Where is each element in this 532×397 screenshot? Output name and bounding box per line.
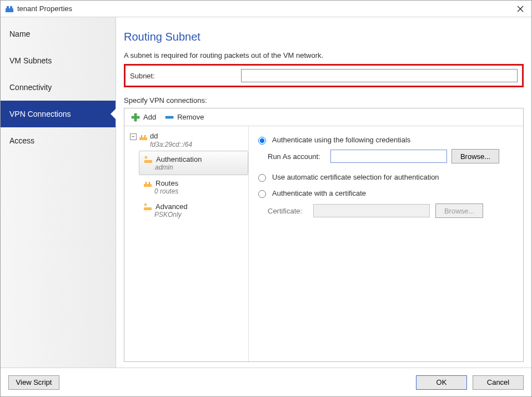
auth-icon — [144, 155, 153, 163]
svg-point-17 — [144, 204, 147, 206]
sidebar-item-label: Connectivity — [9, 83, 52, 92]
remove-label: Remove — [177, 113, 204, 121]
radio-auto-cert[interactable] — [258, 174, 266, 182]
properties-dialog: tenant Properties Name VM Subnets Connec… — [0, 0, 532, 397]
svg-rect-11 — [144, 160, 152, 163]
radio-label: Authenticate using the following credent… — [272, 136, 410, 144]
add-button[interactable]: Add — [129, 112, 158, 123]
subnet-input[interactable] — [241, 69, 518, 82]
tree-item-advanced[interactable]: Advanced PSKOnly — [139, 198, 248, 222]
routes-icon — [143, 178, 152, 187]
radio-cert[interactable] — [258, 190, 266, 198]
svg-rect-14 — [145, 182, 147, 184]
page-heading: Routing Subnet — [124, 31, 524, 43]
close-button[interactable] — [509, 1, 531, 17]
tree-root-node[interactable]: − dd fd3a:29cd::/64 — [124, 130, 248, 151]
plus-icon — [131, 113, 140, 122]
minus-icon — [165, 113, 174, 122]
sidebar-item-vpn-connections[interactable]: VPN Connections — [1, 101, 116, 127]
browse-runas-button[interactable]: Browse... — [451, 149, 499, 163]
svg-rect-9 — [141, 135, 142, 137]
vpn-body: − dd fd3a:29cd::/64 — [124, 126, 523, 361]
auth-opt-cert[interactable]: Authenticate with a certificate — [255, 185, 516, 201]
auth-opt-auto-cert[interactable]: Use automatic certificate selection for … — [255, 169, 516, 185]
subnet-label: Subnet: — [130, 72, 241, 80]
run-as-input[interactable] — [330, 150, 447, 163]
sidebar-item-connectivity[interactable]: Connectivity — [1, 74, 116, 101]
tree-item-label: Authentication — [156, 155, 202, 163]
svg-rect-2 — [10, 6, 12, 8]
auth-opt-credentials[interactable]: Authenticate using the following credent… — [255, 132, 516, 148]
certificate-input — [313, 204, 430, 217]
run-as-row: Run As account: Browse... — [268, 149, 516, 163]
vpn-toolbar: Add Remove — [124, 108, 523, 126]
dialog-body: Name VM Subnets Connectivity VPN Connect… — [1, 17, 531, 368]
svg-rect-15 — [149, 182, 150, 184]
certificate-label: Certificate: — [268, 207, 308, 215]
sidebar-item-label: Name — [9, 29, 30, 38]
window-title: tenant Properties — [17, 4, 509, 13]
tree-item-label: Advanced — [155, 202, 188, 211]
auth-options: Authenticate using the following credent… — [249, 126, 523, 361]
svg-point-12 — [145, 156, 147, 158]
page-description: A subnet is required for routing packets… — [124, 51, 524, 59]
content-pane: Routing Subnet A subnet is required for … — [116, 17, 531, 368]
remove-button[interactable]: Remove — [163, 112, 206, 123]
svg-rect-7 — [165, 116, 173, 118]
svg-rect-16 — [144, 207, 152, 210]
tree-root-subnet: fd3a:29cd::/64 — [150, 141, 243, 148]
tree-root-label: dd — [150, 132, 158, 140]
sidebar-item-access[interactable]: Access — [1, 127, 116, 154]
tree-item-label: Routes — [155, 179, 178, 187]
ok-button[interactable]: OK — [416, 375, 467, 390]
subnet-row-highlight: Subnet: — [124, 64, 524, 87]
tree-item-detail: admin — [155, 163, 245, 171]
sidebar-item-vm-subnets[interactable]: VM Subnets — [1, 47, 116, 74]
specify-vpn-label: Specify VPN connections: — [124, 96, 524, 105]
sidebar-item-label: VPN Connections — [9, 110, 71, 118]
tree-item-routes[interactable]: Routes 0 routes — [139, 175, 248, 198]
cancel-button[interactable]: Cancel — [473, 375, 524, 390]
titlebar: tenant Properties — [1, 1, 531, 17]
dialog-footer: View Script OK Cancel — [1, 368, 531, 396]
svg-rect-13 — [144, 184, 152, 187]
radio-label: Use automatic certificate selection for … — [272, 173, 439, 181]
add-label: Add — [143, 113, 156, 121]
vpn-connections-panel: Add Remove − — [124, 108, 524, 362]
svg-rect-1 — [7, 6, 9, 8]
certificate-row: Certificate: Browse... — [268, 204, 516, 218]
radio-label: Authenticate with a certificate — [272, 189, 366, 197]
svg-rect-8 — [139, 137, 147, 140]
tree-item-detail: 0 routes — [154, 187, 246, 195]
sidebar: Name VM Subnets Connectivity VPN Connect… — [1, 17, 116, 368]
connection-icon — [139, 132, 148, 141]
collapse-icon[interactable]: − — [130, 133, 137, 140]
sidebar-item-label: VM Subnets — [9, 56, 52, 65]
advanced-icon — [143, 202, 152, 211]
browse-cert-button: Browse... — [435, 204, 483, 218]
app-icon — [5, 4, 14, 13]
run-as-label: Run As account: — [268, 152, 326, 161]
radio-credentials[interactable] — [258, 137, 266, 145]
view-script-button[interactable]: View Script — [8, 375, 59, 390]
sidebar-item-label: Access — [9, 136, 34, 145]
svg-rect-0 — [6, 8, 13, 12]
tree-item-authentication[interactable]: Authentication admin — [139, 151, 248, 175]
svg-rect-10 — [144, 135, 145, 137]
svg-rect-6 — [132, 116, 139, 118]
sidebar-item-name[interactable]: Name — [1, 21, 116, 47]
tree-item-detail: PSKOnly — [154, 211, 246, 219]
vpn-tree: − dd fd3a:29cd::/64 — [124, 126, 249, 361]
